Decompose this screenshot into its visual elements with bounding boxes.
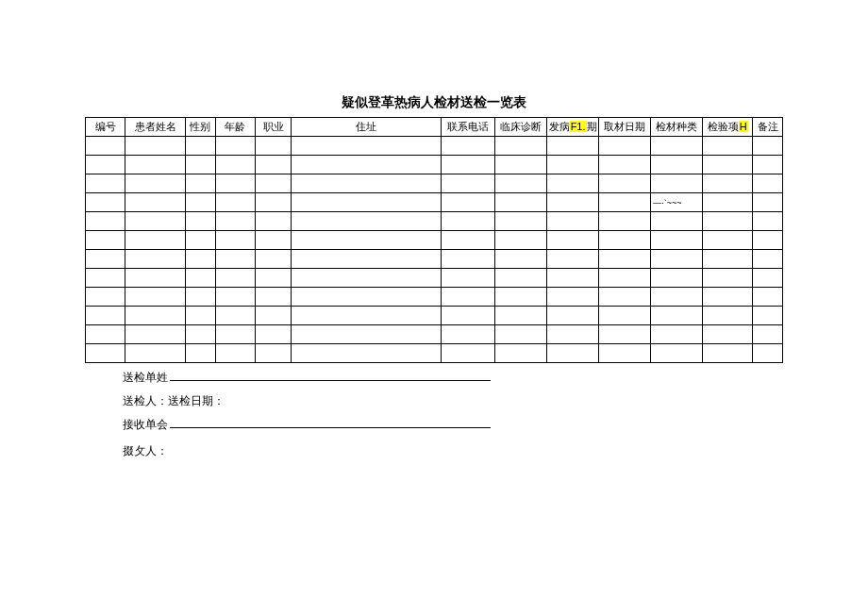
table-cell <box>703 344 753 363</box>
table-cell <box>495 156 547 174</box>
table-cell <box>185 137 215 156</box>
footer-receiver: 掇攵人： <box>123 440 491 462</box>
table-cell <box>703 325 753 344</box>
table-header-row: 编号 患者姓名 性别 年龄 职业 住址 联系电话 临床诊断 发病F1.期 取材日… <box>86 118 783 137</box>
table-cell <box>215 193 255 212</box>
table-row <box>86 344 783 363</box>
table-cell <box>703 156 753 174</box>
table-cell <box>86 137 125 156</box>
col-header-specimen-type: 检材种类 <box>651 118 703 137</box>
table-row: —·`~~~ <box>86 193 783 212</box>
table-cell <box>495 174 547 193</box>
table-cell <box>599 307 651 325</box>
table-cell <box>255 288 291 307</box>
table-cell <box>215 307 255 325</box>
table-cell <box>703 269 753 288</box>
table-row <box>86 174 783 193</box>
col-header-occupation: 职业 <box>255 118 291 137</box>
table-cell <box>495 137 547 156</box>
table-cell <box>599 231 651 250</box>
table-cell <box>441 174 494 193</box>
table-cell <box>125 231 186 250</box>
table-cell <box>753 325 783 344</box>
table-cell <box>703 288 753 307</box>
table-row <box>86 212 783 231</box>
table-cell <box>185 250 215 269</box>
table-cell <box>215 344 255 363</box>
footer-sender-org: 送检单姓 <box>123 367 491 389</box>
table-cell <box>185 212 215 231</box>
table-cell <box>185 269 215 288</box>
table-body: —·`~~~ <box>86 137 783 363</box>
table-cell <box>125 137 186 156</box>
underline <box>170 415 491 428</box>
table-cell <box>441 156 494 174</box>
table-cell <box>86 174 125 193</box>
table-row <box>86 156 783 174</box>
footer-block: 送检单姓 送检人： 送检日期： 接收单会 掇攵人： <box>123 367 491 462</box>
table-cell <box>547 269 599 288</box>
table-row <box>86 288 783 307</box>
table-cell <box>495 307 547 325</box>
table-cell <box>215 250 255 269</box>
table-cell <box>185 174 215 193</box>
table-cell <box>703 193 753 212</box>
table-cell <box>292 193 442 212</box>
table-cell <box>599 250 651 269</box>
table-row <box>86 307 783 325</box>
table-cell <box>599 193 651 212</box>
table-cell <box>495 269 547 288</box>
table-cell <box>495 212 547 231</box>
table-cell <box>292 174 442 193</box>
table-cell <box>753 344 783 363</box>
table-cell <box>185 344 215 363</box>
table-cell <box>215 212 255 231</box>
table-cell <box>753 288 783 307</box>
table-row <box>86 250 783 269</box>
specimen-table: 编号 患者姓名 性别 年龄 职业 住址 联系电话 临床诊断 发病F1.期 取材日… <box>85 117 783 363</box>
table-cell <box>651 137 703 156</box>
table-cell <box>599 269 651 288</box>
table-cell <box>753 307 783 325</box>
table-cell <box>215 174 255 193</box>
table-cell <box>185 307 215 325</box>
table-cell <box>495 193 547 212</box>
table-cell <box>495 250 547 269</box>
table-row <box>86 137 783 156</box>
table-cell <box>86 269 125 288</box>
table-cell <box>255 325 291 344</box>
table-cell <box>125 344 186 363</box>
table-cell <box>651 156 703 174</box>
table-cell <box>86 212 125 231</box>
table-cell <box>441 307 494 325</box>
footer-sender-date: 送检人： 送检日期： <box>123 390 491 412</box>
table-cell <box>255 174 291 193</box>
table-cell <box>753 156 783 174</box>
table-cell <box>651 307 703 325</box>
document-page: 疑似登革热病人检材送检一览表 编号 患者姓名 性别 年龄 职业 住址 联系电话 … <box>0 0 868 462</box>
label-receiver: 掇攵人： <box>123 440 168 462</box>
table-cell <box>292 288 442 307</box>
table-cell <box>292 212 442 231</box>
table-cell <box>185 193 215 212</box>
table-cell <box>292 344 442 363</box>
table-cell <box>255 212 291 231</box>
table-cell <box>703 231 753 250</box>
table-cell <box>125 307 186 325</box>
table-cell <box>292 231 442 250</box>
table-cell <box>255 250 291 269</box>
col-header-sample-date: 取材日期 <box>599 118 651 137</box>
table-cell <box>547 231 599 250</box>
table-cell <box>215 269 255 288</box>
table-cell <box>599 288 651 307</box>
table-cell <box>547 325 599 344</box>
table-cell <box>547 193 599 212</box>
underline <box>170 368 491 381</box>
table-cell <box>651 250 703 269</box>
table-row <box>86 325 783 344</box>
table-cell <box>753 250 783 269</box>
table-cell <box>441 325 494 344</box>
table-cell <box>703 250 753 269</box>
table-cell <box>185 325 215 344</box>
table-cell: —·`~~~ <box>651 193 703 212</box>
